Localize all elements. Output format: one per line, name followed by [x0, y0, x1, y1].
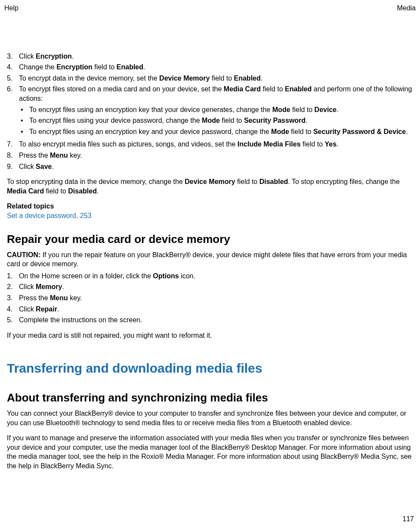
- bold-text: Repair: [36, 305, 57, 313]
- step-6a: • To encrypt files using an encryption k…: [19, 105, 416, 115]
- step-number: 3.: [7, 52, 19, 61]
- text: Click: [19, 305, 36, 313]
- bullet-icon: •: [19, 105, 29, 115]
- bold-text: Menu: [50, 294, 68, 302]
- repair-step-2: 2. Click Memory.: [7, 282, 416, 292]
- about-transfer-heading: About transferring and synchronizing med…: [4, 390, 416, 405]
- step-number: 2.: [7, 282, 19, 292]
- text: To encrypt files using an encryption key…: [29, 128, 271, 135]
- step-body: On the Home screen or in a folder, click…: [19, 271, 416, 281]
- text: .: [337, 106, 338, 113]
- bold-text: Enabled: [285, 85, 312, 93]
- bold-text: Save: [36, 163, 52, 170]
- text: To encrypt data in the device memory, se…: [19, 75, 159, 82]
- bold-text: Enabled: [234, 75, 261, 82]
- text: Click: [19, 53, 36, 60]
- text: .: [406, 128, 408, 135]
- bold-text: Security Password: [244, 117, 306, 124]
- stop-encrypting-paragraph: To stop encrypting data in the device me…: [4, 177, 416, 196]
- step-body: Complete the instructions on the screen.: [19, 315, 416, 325]
- bold-text: Enabled: [117, 63, 143, 71]
- step-number: 4.: [7, 305, 19, 314]
- step-4: 4. Change the Encryption field to Enable…: [7, 62, 416, 72]
- bold-text: Device: [315, 106, 337, 113]
- text: field to: [289, 128, 313, 135]
- transfer-paragraph-2: If you want to manage and preserve the i…: [4, 433, 416, 470]
- transfer-chapter-heading: Transferring and downloading media files: [4, 360, 416, 377]
- bold-text: Security Password & Device: [313, 128, 406, 135]
- repair-step-1: 1. On the Home screen or in a folder, cl…: [7, 271, 416, 281]
- text: field to: [93, 63, 117, 71]
- caution-label: CAUTION:: [7, 251, 43, 258]
- text: Press the: [19, 294, 50, 302]
- step-number: 3.: [7, 293, 19, 303]
- page-number: 117: [402, 514, 414, 524]
- text: field to: [44, 187, 68, 195]
- bold-text: Mode: [202, 117, 220, 124]
- text: On the Home screen or in a folder, click…: [19, 272, 153, 280]
- step-body: To encrypt data in the device memory, se…: [19, 74, 416, 83]
- step-number: 1.: [7, 271, 19, 281]
- encryption-steps-list: 3. Click Encryption. 4. Change the Encry…: [7, 52, 416, 171]
- caution-paragraph: CAUTION: If you run the repair feature o…: [4, 250, 416, 269]
- step-body: Click Encryption.: [19, 52, 416, 61]
- step-number: 5.: [7, 74, 19, 83]
- text: key.: [68, 152, 82, 159]
- step-8: 8. Press the Menu key.: [7, 151, 416, 160]
- step-body: To also encrypt media files such as pict…: [19, 140, 416, 149]
- step-number: 7.: [7, 140, 19, 149]
- header-left: Help: [4, 3, 19, 13]
- step-5: 5. To encrypt data in the device memory,…: [7, 74, 416, 83]
- sub-body: To encrypt files using an encryption key…: [29, 127, 408, 137]
- bold-text: Device Memory: [159, 75, 210, 82]
- caution-text: If you run the repair feature on your Bl…: [7, 251, 407, 268]
- step-6b: • To encrypt files using your device pas…: [19, 116, 416, 125]
- bold-text: Disabled: [259, 178, 288, 185]
- bold-text: Media Card: [224, 85, 261, 93]
- step-body: Click Repair.: [19, 305, 416, 314]
- repair-steps-list: 1. On the Home screen or in a folder, cl…: [7, 271, 416, 325]
- text: field to: [210, 75, 234, 82]
- text: field to: [301, 140, 325, 148]
- sub-body: To encrypt files using an encryption key…: [29, 105, 339, 115]
- related-topics-heading: Related topics: [4, 202, 416, 211]
- text: icon.: [179, 272, 195, 280]
- step-9: 9. Click Save.: [7, 162, 416, 171]
- step-number: 8.: [7, 151, 19, 160]
- text: . To stop encrypting files, change the: [288, 178, 399, 185]
- bold-text: Options: [153, 272, 179, 280]
- page-content: 3. Click Encryption. 4. Change the Encry…: [0, 13, 420, 471]
- text: key.: [68, 294, 82, 302]
- bold-text: Memory: [36, 283, 62, 290]
- text: Change the: [19, 63, 56, 71]
- bullet-icon: •: [19, 116, 29, 125]
- step-number: 6.: [7, 84, 19, 138]
- step-number: 4.: [7, 62, 19, 72]
- text: .: [72, 53, 74, 60]
- text: To also encrypt media files such as pict…: [19, 140, 238, 148]
- text: .: [57, 305, 59, 313]
- step-body: Press the Menu key.: [19, 293, 416, 303]
- page-header: Help Media: [0, 0, 420, 13]
- text: field to: [261, 85, 285, 93]
- step-body: Click Memory.: [19, 282, 416, 292]
- text: .: [261, 75, 262, 82]
- step-6: 6. To encrypt files stored on a media ca…: [7, 84, 416, 138]
- text: To encrypt files using your device passw…: [29, 117, 202, 124]
- text: Click: [19, 283, 36, 290]
- bold-text: Mode: [271, 128, 289, 135]
- header-right: Media: [397, 3, 416, 13]
- text: .: [97, 187, 99, 195]
- repair-step-4: 4. Click Repair.: [7, 305, 416, 314]
- bold-text: Encryption: [56, 63, 93, 71]
- bold-text: Menu: [50, 152, 68, 159]
- text: Click: [19, 163, 36, 170]
- step-number: 9.: [7, 162, 19, 171]
- step-6c: • To encrypt files using an encryption k…: [19, 127, 416, 137]
- step-7: 7. To also encrypt media files such as p…: [7, 140, 416, 149]
- related-link-set-password[interactable]: Set a device password, 253: [4, 211, 416, 221]
- transfer-paragraph-1: You can connect your BlackBerry® device …: [4, 409, 416, 427]
- bold-text: Mode: [272, 106, 290, 113]
- repair-step-3: 3. Press the Menu key.: [7, 293, 416, 303]
- text: Press the: [19, 152, 50, 159]
